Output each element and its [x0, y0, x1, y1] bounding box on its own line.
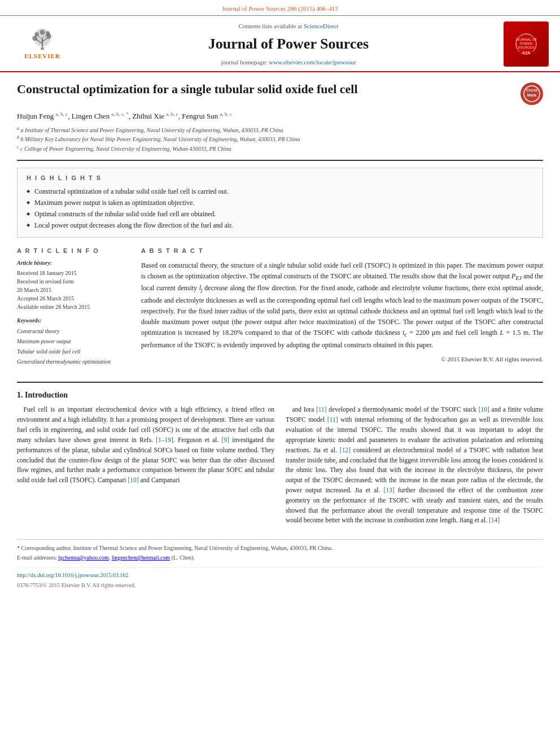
svg-text:SOURCES: SOURCES	[518, 46, 535, 49]
ref-9[interactable]: [9]	[222, 436, 229, 443]
elsevier-brand-text: ELSEVIER	[24, 52, 60, 60]
doi-link[interactable]: http://dx.doi.org/10.1016/j.jpowsour.201…	[17, 572, 128, 578]
svg-point-11	[46, 31, 50, 35]
crossmark-svg: Cross Mark	[522, 84, 542, 104]
email-link-1[interactable]: lgchenna@yahoo.com	[58, 554, 108, 561]
svg-text:Cross: Cross	[526, 88, 537, 92]
header-center: Contents lists available at ScienceDirec…	[73, 22, 504, 67]
intro-section-title: Introduction	[25, 391, 68, 399]
header-section: ELSEVIER Contents lists available at Sci…	[0, 16, 560, 72]
divider-1	[17, 160, 543, 161]
highlights-label: H I G H L I G H T S	[27, 174, 533, 182]
crossmark-icon: Cross Mark	[520, 82, 543, 105]
keyword-4: Generalized thermodynamic optimization	[17, 357, 130, 367]
copyright-notice: © 2015 Elsevier B.V. All rights reserved…	[141, 355, 543, 364]
elsevier-tree-icon	[23, 28, 62, 51]
main-content: Constructal optimization for a single tu…	[0, 72, 560, 601]
received-revised-label: Received in revised form	[17, 277, 130, 286]
svg-point-10	[35, 32, 39, 36]
sciencedirect-link[interactable]: ScienceDirect	[304, 23, 339, 29]
intro-para-2: and Iora [11] developed a thermodynamic …	[286, 405, 543, 526]
ref-10[interactable]: [10]	[128, 477, 138, 483]
svg-point-12	[40, 29, 45, 34]
history-block: Article history: Received 18 January 201…	[17, 259, 130, 311]
ref-13[interactable]: [13]	[383, 487, 394, 493]
svg-text:JOURNAL OF: JOURNAL OF	[515, 38, 537, 41]
ref-12[interactable]: [12]	[340, 447, 351, 453]
ref-14[interactable]: [14]	[489, 517, 500, 523]
highlight-item-3: Optimal constructs of the tubular solid …	[27, 209, 533, 219]
history-label: Article history:	[17, 259, 130, 267]
homepage-link[interactable]: www.elsevier.com/locate/jpowsour	[269, 59, 356, 65]
journal-badge: JOURNAL OF POWER SOURCES ■ ■ ■	[504, 21, 549, 67]
affiliations: a a Institute of Thermal Science and Pow…	[17, 125, 543, 153]
footnote-section: * Corresponding author. Institute of The…	[17, 539, 543, 562]
article-title: Constructal optimization for a single tu…	[17, 81, 515, 98]
abstract-label: A B S T R A C T	[141, 247, 543, 255]
intro-title: 1. Introduction	[17, 390, 543, 401]
top-bar: Journal of Power Sources 286 (2015) 406–…	[0, 0, 560, 16]
crossmark-container: Cross Mark	[520, 82, 543, 105]
corresponding-author-note: * Corresponding author. Institute of The…	[17, 544, 543, 552]
journal-ref: Journal of Power Sources 286 (2015) 406–…	[222, 5, 338, 12]
badge-icon: JOURNAL OF POWER SOURCES ■ ■ ■	[515, 33, 537, 55]
highlights-section: H I G H L I G H T S Constructal optimiza…	[17, 168, 543, 238]
affiliation-b: b b Military Key Laboratory for Naval Sh…	[17, 134, 543, 143]
highlights-list: Constructal optimization of a tubular so…	[27, 187, 533, 230]
journal-badge-container: JOURNAL OF POWER SOURCES ■ ■ ■	[504, 21, 549, 67]
content-info: Contents lists available at ScienceDirec…	[85, 22, 492, 30]
journal-title: Journal of Power Sources	[85, 34, 492, 54]
affiliation-c: c c College of Power Engineering, Naval …	[17, 144, 543, 153]
divider-2	[17, 382, 543, 383]
svg-text:■ ■ ■: ■ ■ ■	[523, 50, 530, 54]
svg-point-8	[32, 36, 37, 41]
elsevier-logo-container: ELSEVIER	[11, 28, 73, 60]
keyword-3: Tubular solid oxide fuel cell	[17, 347, 130, 357]
abstract-text: Based on constructal theory, the structu…	[141, 260, 543, 351]
received-date: Received 18 January 2015	[17, 269, 130, 277]
affiliation-a: a a Institute of Thermal Science and Pow…	[17, 125, 543, 134]
ref-10b[interactable]: [10]	[479, 406, 489, 413]
info-abstract-row: A R T I C L E I N F O Article history: R…	[17, 247, 543, 372]
email-note: E-mail addresses: lgchenna@yahoo.com, li…	[17, 554, 543, 562]
highlight-item-1: Constructal optimization of a tubular so…	[27, 187, 533, 196]
highlight-item-4: Local power output decreases along the f…	[27, 221, 533, 230]
page: Journal of Power Sources 286 (2015) 406–…	[0, 0, 560, 747]
bottom-bar: 0378-7753/© 2015 Elsevier B.V. All right…	[17, 582, 543, 589]
introduction-section: 1. Introduction Fuel cell is an importan…	[17, 390, 543, 530]
highlight-item-2: Maximum power output is taken as optimiz…	[27, 198, 533, 208]
svg-text:POWER: POWER	[520, 42, 533, 45]
email-link-2[interactable]: lingenchen@hotmail.com	[112, 554, 170, 561]
intro-para-1: Fuel cell is an important electrochemica…	[17, 405, 274, 486]
svg-text:Mark: Mark	[527, 93, 536, 97]
ref-1-19[interactable]: [1–19]	[156, 436, 173, 443]
available-online: Available online 28 March 2015	[17, 303, 130, 311]
keywords-block: Keywords: Constructal theory Maximum pow…	[17, 317, 130, 367]
elsevier-wrapper: ELSEVIER	[23, 28, 62, 60]
intro-col-right: and Iora [11] developed a thermodynamic …	[286, 405, 543, 530]
journal-homepage: journal homepage: www.elsevier.com/locat…	[85, 58, 492, 67]
doi-section: http://dx.doi.org/10.1016/j.jpowsour.201…	[17, 567, 543, 579]
keywords-label: Keywords:	[17, 317, 130, 325]
revised-date: 20 March 2015	[17, 286, 130, 294]
authors-line: Huijun Feng a, b, c, Lingen Chen a, b, c…	[17, 111, 543, 122]
ref-11[interactable]: [11]	[316, 406, 327, 413]
intro-columns: Fuel cell is an important electrochemica…	[17, 405, 543, 530]
keywords-list: Constructal theory Maximum power output …	[17, 326, 130, 367]
title-row: Constructal optimization for a single tu…	[17, 81, 543, 105]
article-info-col: A R T I C L E I N F O Article history: R…	[17, 247, 130, 372]
article-info-label: A R T I C L E I N F O	[17, 247, 130, 255]
ref-11b[interactable]: [11]	[327, 416, 338, 423]
keyword-2: Maximum power output	[17, 337, 130, 347]
accepted-date: Accepted 26 March 2015	[17, 294, 130, 303]
abstract-col: A B S T R A C T Based on constructal the…	[141, 247, 543, 372]
keyword-1: Constructal theory	[17, 326, 130, 337]
intro-col-left: Fuel cell is an important electrochemica…	[17, 405, 274, 530]
